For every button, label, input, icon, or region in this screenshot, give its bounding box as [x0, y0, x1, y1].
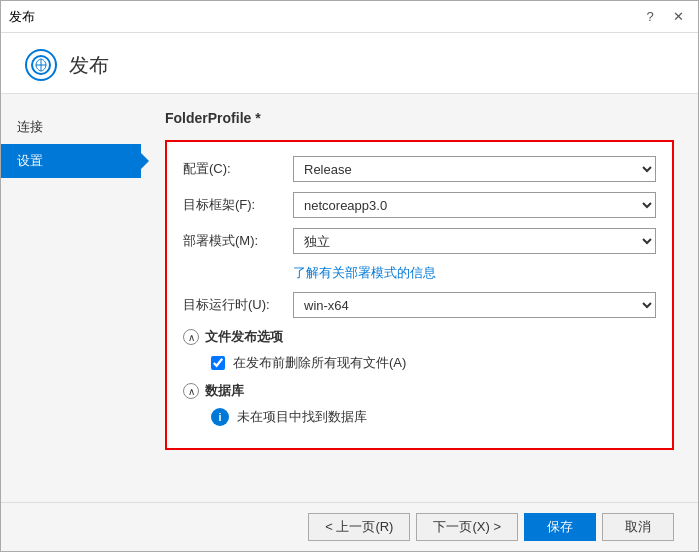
deploy-mode-label: 部署模式(M):	[183, 232, 293, 250]
title-bar-left: 发布	[9, 8, 35, 26]
file-publish-collapse-btn[interactable]: ∧	[183, 329, 199, 345]
dialog-title: 发布	[69, 52, 109, 79]
deploy-info-link[interactable]: 了解有关部署模式的信息	[293, 265, 436, 280]
title-bar-controls: ? ✕	[638, 7, 690, 27]
delete-files-label: 在发布前删除所有现有文件(A)	[233, 354, 406, 372]
sidebar: 连接 设置	[1, 94, 141, 502]
framework-row: 目标框架(F): netcoreapp3.0 netcoreapp2.1	[183, 192, 656, 218]
save-button[interactable]: 保存	[524, 513, 596, 541]
publish-window: 发布 ? ✕ 发布 连接 设置	[0, 0, 699, 552]
database-header: ∧ 数据库	[183, 382, 656, 400]
content-area: 连接 设置 FolderProfile * 配置(C): Release Deb…	[1, 94, 698, 502]
deploy-mode-row: 部署模式(M): 独立 依赖框架	[183, 228, 656, 254]
framework-label: 目标框架(F):	[183, 196, 293, 214]
sidebar-item-connect[interactable]: 连接	[1, 110, 141, 144]
config-dropdown-wrapper: Release Debug	[293, 156, 656, 182]
deploy-link-row: 了解有关部署模式的信息	[183, 264, 656, 282]
database-info-row: i 未在项目中找到数据库	[183, 408, 656, 426]
info-icon: i	[211, 408, 229, 426]
sidebar-item-settings[interactable]: 设置	[1, 144, 141, 178]
profile-title: FolderProfile *	[165, 110, 674, 126]
database-info-text: 未在项目中找到数据库	[237, 408, 367, 426]
main-area: FolderProfile * 配置(C): Release Debug 目标框…	[141, 94, 698, 502]
window-title: 发布	[9, 8, 35, 26]
runtime-label: 目标运行时(U):	[183, 296, 293, 314]
file-publish-header: ∧ 文件发布选项	[183, 328, 656, 346]
delete-files-checkbox[interactable]	[211, 356, 225, 370]
runtime-dropdown-wrapper: win-x64 win-x86 linux-x64 osx-x64	[293, 292, 656, 318]
file-publish-title: 文件发布选项	[205, 328, 283, 346]
database-title: 数据库	[205, 382, 244, 400]
close-button[interactable]: ✕	[666, 7, 690, 27]
deploy-mode-select[interactable]: 独立 依赖框架	[293, 228, 656, 254]
delete-files-row: 在发布前删除所有现有文件(A)	[183, 354, 656, 372]
next-button[interactable]: 下一页(X) >	[416, 513, 518, 541]
deploy-mode-dropdown-wrapper: 独立 依赖框架	[293, 228, 656, 254]
database-section: ∧ 数据库 i 未在项目中找到数据库	[183, 382, 656, 426]
framework-dropdown-wrapper: netcoreapp3.0 netcoreapp2.1	[293, 192, 656, 218]
runtime-select[interactable]: win-x64 win-x86 linux-x64 osx-x64	[293, 292, 656, 318]
help-button[interactable]: ?	[638, 7, 662, 27]
settings-box: 配置(C): Release Debug 目标框架(F): netcoreapp…	[165, 140, 674, 450]
cancel-button[interactable]: 取消	[602, 513, 674, 541]
title-bar: 发布 ? ✕	[1, 1, 698, 33]
header-icon	[25, 49, 57, 81]
framework-select[interactable]: netcoreapp3.0 netcoreapp2.1	[293, 192, 656, 218]
prev-button[interactable]: < 上一页(R)	[308, 513, 410, 541]
config-row: 配置(C): Release Debug	[183, 156, 656, 182]
dialog-header: 发布	[1, 33, 698, 94]
config-select[interactable]: Release Debug	[293, 156, 656, 182]
database-collapse-btn[interactable]: ∧	[183, 383, 199, 399]
config-label: 配置(C):	[183, 160, 293, 178]
dialog-footer: < 上一页(R) 下一页(X) > 保存 取消	[1, 502, 698, 551]
runtime-row: 目标运行时(U): win-x64 win-x86 linux-x64 osx-…	[183, 292, 656, 318]
file-publish-section: ∧ 文件发布选项 在发布前删除所有现有文件(A)	[183, 328, 656, 372]
